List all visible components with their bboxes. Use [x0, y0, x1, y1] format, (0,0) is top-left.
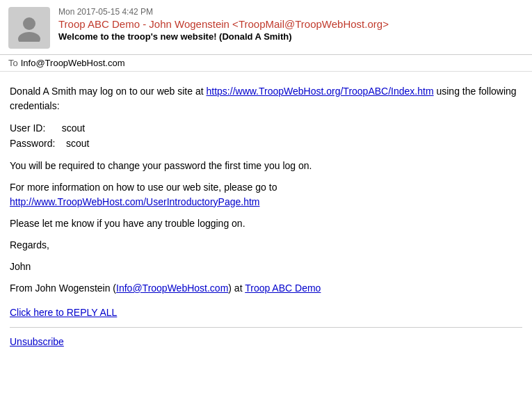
from-troop-link[interactable]: Troop ABC Demo — [245, 282, 321, 294]
user-id-line: User ID: scout — [10, 120, 522, 136]
sender-name: John — [10, 260, 522, 274]
user-id-label: User ID: — [10, 122, 45, 134]
email-subject: Welcome to the troop's new website! (Don… — [58, 31, 524, 42]
from-middle: ) at — [228, 282, 242, 294]
credentials-block: User ID: scout Password: scout — [10, 120, 522, 152]
from-prefix: From John Wogenstein ( — [10, 282, 116, 294]
password-line: Password: scout — [10, 136, 522, 151]
avatar — [8, 7, 50, 49]
email-timestamp: Mon 2017-05-15 4:42 PM — [58, 7, 524, 17]
more-info-url-link[interactable]: http://www.TroopWebHost.com/UserIntroduc… — [10, 196, 259, 207]
intro-text: Donald A Smith may log on to our web sit… — [10, 86, 204, 97]
unsubscribe-container: Unsubscribe — [10, 335, 522, 349]
email-container: Mon 2017-05-15 4:42 PM Troop ABC Demo - … — [0, 0, 532, 414]
user-id-value: scout — [62, 122, 85, 134]
email-to-bar: To Info@TroopWebHost.com — [0, 55, 532, 72]
reply-all-link[interactable]: Click here to REPLY ALL — [10, 305, 117, 320]
more-info-text: For more information on how to use our w… — [10, 182, 277, 193]
login-url-link[interactable]: https://www.TroopWebHost.org/TroopABC/In… — [207, 86, 434, 97]
password-value: scout — [66, 138, 89, 149]
from-email-link[interactable]: Info@TroopWebHost.com — [116, 282, 228, 294]
email-header: Mon 2017-05-15 4:42 PM Troop ABC Demo - … — [0, 0, 532, 55]
person-icon — [15, 14, 43, 42]
from-line: From John Wogenstein (Info@TroopWebHost.… — [10, 281, 522, 296]
svg-point-1 — [18, 32, 40, 42]
to-label: To — [8, 58, 18, 68]
divider — [10, 327, 522, 328]
email-from: Troop ABC Demo - John Wogenstein <TroopM… — [58, 18, 524, 30]
to-address: Info@TroopWebHost.com — [21, 58, 125, 68]
unsubscribe-link[interactable]: Unsubscribe — [10, 336, 64, 347]
trouble-text: Please let me know if you have any troub… — [10, 216, 522, 231]
password-label: Password: — [10, 138, 55, 149]
reply-all-container: Click here to REPLY ALL — [10, 303, 522, 320]
regards-text: Regards, — [10, 238, 522, 253]
header-info: Mon 2017-05-15 4:42 PM Troop ABC Demo - … — [58, 7, 524, 42]
more-info-paragraph: For more information on how to use our w… — [10, 180, 522, 209]
intro-paragraph: Donald A Smith may log on to our web sit… — [10, 84, 522, 113]
password-change-notice: You will be required to change your pass… — [10, 159, 522, 173]
svg-point-0 — [23, 17, 35, 30]
email-body: Donald A Smith may log on to our web sit… — [0, 72, 532, 414]
